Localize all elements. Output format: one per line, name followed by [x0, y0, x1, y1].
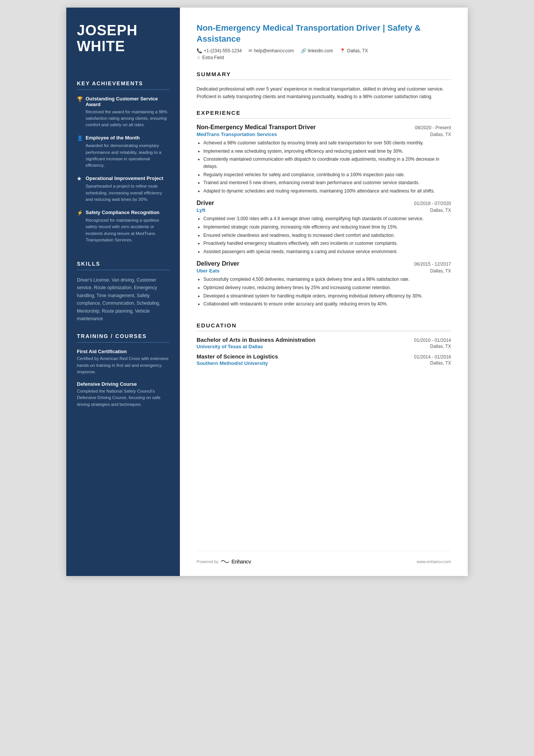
contact-row: 📞 +1-(234)-555-1234 ✉ help@enhancv.com 🔗…: [197, 48, 451, 53]
email-address: help@enhancv.com: [254, 48, 294, 53]
bullet-item: Regularly inspected vehicles for safety …: [203, 171, 451, 178]
achievement-item: ★ Operational Improvement Project Spearh…: [77, 175, 169, 203]
exp-company: MedTrans Transportation Services: [197, 131, 277, 137]
bullet-item: Developed a streamlined system for handl…: [203, 293, 451, 300]
exp-location: Dallas, TX: [430, 208, 451, 213]
achievement-icon-star: ★: [77, 176, 83, 182]
training-divider: [77, 342, 169, 343]
achievement-item: 👤 Employee of the Month Awarded for demo…: [77, 135, 169, 169]
contact-linkedin: 🔗 linkedin.com: [301, 48, 333, 53]
exp-title: Driver: [197, 200, 214, 207]
summary-text: Dedicated professional with over 5 years…: [197, 85, 451, 100]
achievement-icon-lightning: ⚡: [77, 210, 83, 216]
exp-date: 08/2020 - Present: [415, 125, 451, 130]
training-item: First Aid Certification Certified by Ame…: [77, 349, 169, 375]
experience-section-title: EXPERIENCE: [197, 110, 451, 116]
achievement-title: 🏆 Outstanding Customer Service Award: [77, 96, 169, 107]
achievement-desc: Spearheaded a project to refine route sc…: [77, 183, 169, 203]
name-line2: WHITE: [77, 38, 125, 54]
achievement-title: ⚡ Safety Compliance Recognition: [77, 210, 169, 216]
exp-header: Delivery Driver 06/2015 - 12/2017: [197, 260, 451, 267]
achievement-desc: Recognized for maintaining a spotless sa…: [77, 217, 169, 243]
skills-section-title: SKILLS: [77, 261, 169, 267]
bullet-item: Trained and mentored 5 new drivers, enha…: [203, 179, 451, 186]
contact-phone: 📞 +1-(234)-555-1234: [197, 48, 242, 53]
exp-header: Driver 01/2018 - 07/2020: [197, 200, 451, 207]
edu-school: Southern Methodist University: [197, 360, 268, 366]
edu-school: University of Texas at Dallas: [197, 344, 263, 349]
exp-company: Lyft: [197, 207, 205, 213]
location-icon: 📍: [340, 48, 345, 53]
contact-extra: ☆ Extra Field: [197, 55, 224, 60]
summary-divider: [197, 80, 451, 80]
exp-bullets: Completed over 3,000 rides with a 4.9 av…: [197, 215, 451, 255]
footer-powered-by: Powered by Enhancv: [197, 559, 251, 565]
achievement-icon-person: 👤: [77, 135, 83, 141]
experience-entry: Non-Emergency Medical Transport Driver 0…: [197, 124, 451, 200]
bullet-item: Adapted to dynamic schedules and routing…: [203, 188, 451, 195]
bullet-item: Assisted passengers with special needs, …: [203, 248, 451, 255]
exp-company-row: Lyft Dallas, TX: [197, 207, 451, 213]
education-entry: Master of Science in Logistics 01/2014 -…: [197, 353, 451, 370]
experience-divider: [197, 118, 451, 119]
exp-title: Delivery Driver: [197, 260, 239, 267]
exp-bullets: Achieved a 98% customer satisfaction by …: [197, 139, 451, 194]
edu-date: 01/2014 - 01/2016: [414, 354, 451, 360]
name-line1: JOSEPH: [77, 22, 137, 38]
achievement-title-text: Employee of the Month: [86, 135, 140, 141]
training-item: Defensive Driving Course Completed the N…: [77, 381, 169, 408]
exp-location: Dallas, TX: [430, 268, 451, 274]
training-desc: Certified by American Red Cross with ext…: [77, 355, 169, 375]
edu-degree: Bachelor of Arts in Business Administrat…: [197, 337, 315, 343]
exp-bullets: Successfully completed 4,500 deliveries,…: [197, 276, 451, 307]
edu-header: Bachelor of Arts in Business Administrat…: [197, 337, 451, 343]
footer-url: www.enhancv.com: [417, 559, 451, 564]
exp-company: Uber Eats: [197, 268, 220, 274]
edu-degree: Master of Science in Logistics: [197, 353, 278, 360]
summary-section-title: SUMMARY: [197, 71, 451, 77]
experience-entry: Delivery Driver 06/2015 - 12/2017 Uber E…: [197, 260, 451, 313]
bullet-item: Collaborated with restaurants to ensure …: [203, 301, 451, 308]
training-section-title: TRAINING / COURSES: [77, 333, 169, 339]
bullet-item: Ensured vehicle cleanliness and readines…: [203, 232, 451, 239]
linkedin-icon: 🔗: [301, 48, 306, 53]
bullet-item: Implemented a new scheduling system, imp…: [203, 148, 451, 155]
sidebar: JOSEPH WHITE KEY ACHIEVEMENTS 🏆 Outstand…: [66, 8, 180, 576]
phone-icon: 📞: [197, 48, 202, 53]
edu-date: 01/2010 - 01/2014: [414, 338, 451, 343]
training-title: Defensive Driving Course: [77, 381, 169, 387]
exp-date: 06/2015 - 12/2017: [414, 261, 451, 267]
brand-name: Enhancv: [231, 559, 251, 565]
bullet-item: Achieved a 98% customer satisfaction by …: [203, 139, 451, 147]
achievement-item: 🏆 Outstanding Customer Service Award Rec…: [77, 96, 169, 128]
achievement-icon-trophy: 🏆: [77, 96, 83, 102]
education-section-title: EDUCATION: [197, 322, 451, 329]
contact-location: 📍 Dallas, TX: [340, 48, 368, 53]
experience-entry: Driver 01/2018 - 07/2020 Lyft Dallas, TX…: [197, 200, 451, 260]
powered-by-text: Powered by: [197, 559, 219, 564]
achievement-title-text: Safety Compliance Recognition: [86, 210, 159, 215]
achievement-desc: Awarded for demonstrating exemplary perf…: [77, 142, 169, 169]
achievement-desc: Received the award for maintaining a 98%…: [77, 109, 169, 128]
exp-date: 01/2018 - 07/2020: [414, 201, 451, 206]
job-title: Non-Emergency Medical Transportation Dri…: [197, 23, 451, 44]
edu-school-row: Southern Methodist University Dallas, TX: [197, 360, 451, 366]
exp-location: Dallas, TX: [430, 132, 451, 137]
bullet-item: Completed over 3,000 rides with a 4.9 av…: [203, 215, 451, 222]
main-content: Non-Emergency Medical Transportation Dri…: [180, 8, 468, 576]
bullet-item: Successfully completed 4,500 deliveries,…: [203, 276, 451, 283]
bullet-item: Proactively handled emergency situations…: [203, 240, 451, 247]
achievement-title-text: Outstanding Customer Service Award: [86, 96, 169, 107]
location-text: Dallas, TX: [347, 48, 368, 53]
star-icon: ☆: [197, 55, 201, 60]
education-entry: Bachelor of Arts in Business Administrat…: [197, 337, 451, 353]
resume-container: JOSEPH WHITE KEY ACHIEVEMENTS 🏆 Outstand…: [66, 8, 468, 576]
exp-title: Non-Emergency Medical Transport Driver: [197, 124, 316, 131]
edu-school-row: University of Texas at Dallas Dallas, TX: [197, 344, 451, 349]
skills-text: Driver's License, Van driving, Customer …: [77, 276, 169, 322]
candidate-name: JOSEPH WHITE: [77, 23, 169, 55]
achievements-section-title: KEY ACHIEVEMENTS: [77, 80, 169, 86]
bullet-item: Consistently maintained communication wi…: [203, 156, 451, 170]
contact-row-extra: ☆ Extra Field: [197, 55, 451, 60]
bullet-item: Implemented strategic route planning, in…: [203, 224, 451, 231]
